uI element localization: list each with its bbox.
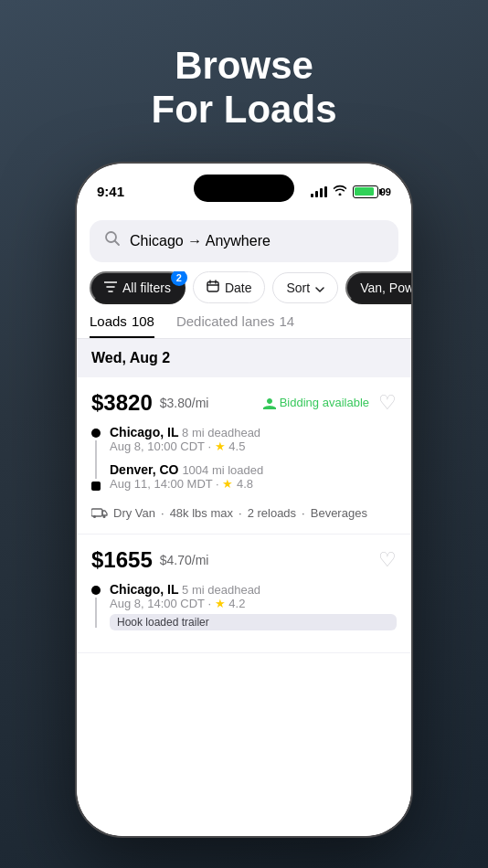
search-icon (104, 230, 121, 251)
load-card-2[interactable]: $1655 $4.70/mi ♡ Chicago, IL (77, 535, 411, 653)
vehicle-label: Van, Pow (360, 281, 411, 295)
signal-icon (311, 186, 327, 197)
reloads-label: 2 reloads (248, 506, 296, 520)
dest-city: Denver, CO (110, 462, 178, 477)
all-filters-label: All filters (122, 281, 171, 295)
filter-row: All filters 2 Date Sort (77, 271, 411, 304)
hook-badge: Hook loaded trailer (110, 614, 397, 630)
price-main: $3820 (91, 390, 153, 416)
vehicle-button[interactable]: Van, Pow (345, 271, 411, 304)
dest-tag: 1004 mi loaded (182, 463, 263, 477)
heart-icon[interactable]: ♡ (378, 391, 397, 415)
heart-icon-2[interactable]: ♡ (378, 548, 397, 572)
origin-stop: Chicago, IL 8 mi deadhead Aug 8, 10:00 C… (110, 425, 397, 453)
date-label: Date (225, 281, 252, 295)
dest-stop: Denver, CO 1004 mi loaded Aug 11, 14:00 … (110, 462, 397, 491)
origin-stop-2: Chicago, IL 5 mi deadhead Aug 8, 14:00 C… (110, 582, 397, 630)
route-line-2 (91, 582, 101, 630)
origin-tag-2: 5 mi deadhead (182, 583, 260, 597)
phone-screen: 9:41 99 (77, 164, 411, 836)
status-icons: 99 (311, 185, 391, 198)
svg-rect-2 (91, 509, 102, 516)
screen-content: Chicago → Anywhere All filters 2 (77, 209, 411, 836)
origin-details-2: Aug 8, 14:00 CDT · ★ 4.2 (110, 597, 397, 610)
origin-city: Chicago, IL (110, 425, 178, 439)
weight-label: 48k lbs max (170, 506, 233, 520)
svg-rect-1 (207, 282, 218, 292)
filter-badge: 2 (171, 271, 187, 286)
all-filters-button[interactable]: All filters 2 (90, 271, 186, 304)
route-stops: Chicago, IL 8 mi deadhead Aug 8, 10:00 C… (110, 425, 397, 491)
load-card[interactable]: $3820 $3.80/mi Bidding available ♡ (77, 377, 411, 535)
dynamic-island (194, 175, 294, 202)
bidding-badge: Bidding available (263, 396, 369, 409)
calendar-icon (207, 280, 219, 295)
price-main-2: $1655 (91, 547, 153, 573)
truck-icon (91, 505, 108, 521)
tab-dedicated-label: Dedicated lanes (176, 313, 275, 329)
status-time: 9:41 (97, 184, 124, 199)
route-stops-2: Chicago, IL 5 mi deadhead Aug 8, 14:00 C… (110, 582, 397, 630)
wifi-icon (333, 185, 347, 198)
search-bar[interactable]: Chicago → Anywhere (90, 220, 398, 262)
tab-loads-count: 108 (132, 313, 154, 329)
search-text: Chicago → Anywhere (130, 233, 271, 249)
hero-title: Browse For Loads (151, 44, 336, 132)
sort-button[interactable]: Sort (272, 272, 338, 303)
filter-icon (104, 281, 117, 295)
price-per-mile-2: $4.70/mi (160, 553, 209, 567)
tab-dedicated[interactable]: Dedicated lanes 14 (176, 313, 294, 338)
tab-loads-label: Loads (90, 313, 127, 329)
origin-details: Aug 8, 10:00 CDT · ★ 4.5 (110, 439, 397, 453)
svg-point-3 (93, 515, 96, 518)
price-per-mile: $3.80/mi (160, 396, 209, 410)
battery-icon: 99 (353, 185, 391, 198)
svg-point-4 (103, 515, 106, 518)
origin-city-2: Chicago, IL (110, 582, 178, 597)
equipment-row: Dry Van · 48k lbs max · 2 reloads · Beve… (91, 500, 397, 521)
tab-loads[interactable]: Loads 108 (90, 313, 154, 338)
equipment-label: Dry Van (113, 506, 155, 520)
route-line (91, 425, 101, 491)
tabs-row: Loads 108 Dedicated lanes 14 (77, 304, 411, 339)
sort-label: Sort (286, 281, 310, 295)
origin-tag: 8 mi deadhead (182, 426, 260, 439)
chevron-down-icon (315, 281, 324, 295)
dest-details: Aug 11, 14:00 MDT · ★ 4.8 (110, 477, 397, 491)
section-date: Wed, Aug 2 (77, 339, 411, 377)
commodity-label: Beverages (311, 506, 367, 520)
phone-frame: 9:41 99 (75, 162, 413, 838)
tab-dedicated-count: 14 (279, 313, 294, 329)
date-button[interactable]: Date (193, 271, 266, 303)
